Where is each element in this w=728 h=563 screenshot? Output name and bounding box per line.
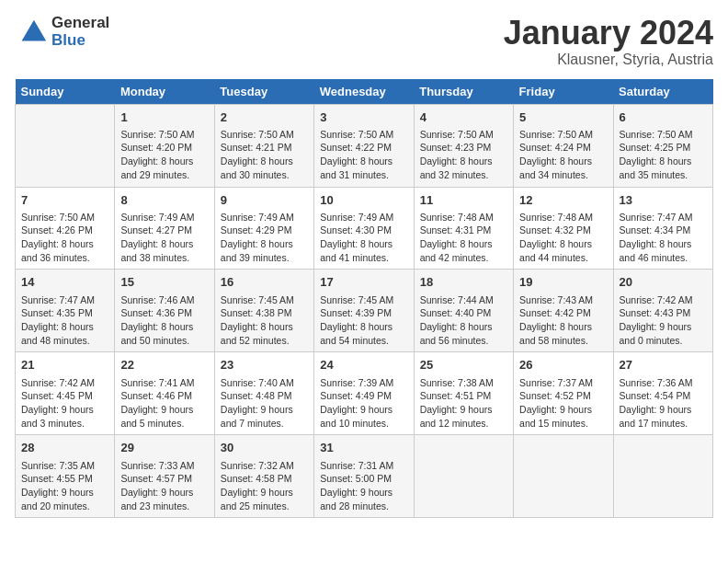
calendar-header-row: SundayMondayTuesdayWednesdayThursdayFrid… (16, 79, 713, 105)
day-number: 18 (420, 274, 507, 291)
calendar-cell: 27Sunrise: 7:36 AMSunset: 4:54 PMDayligh… (613, 352, 712, 435)
calendar-cell: 13Sunrise: 7:47 AMSunset: 4:34 PMDayligh… (613, 187, 712, 270)
calendar-header-cell: Wednesday (314, 79, 414, 105)
month-title: January 2024 (504, 15, 713, 52)
calendar-header-cell: Monday (115, 79, 214, 105)
day-number: 20 (620, 274, 707, 291)
day-number: 29 (120, 440, 208, 456)
day-number: 9 (221, 192, 308, 209)
day-info: Sunrise: 7:36 AMSunset: 4:54 PMDaylight:… (620, 376, 707, 431)
day-info: Sunrise: 7:42 AMSunset: 4:43 PMDaylight:… (620, 293, 707, 348)
day-info: Sunrise: 7:47 AMSunset: 4:35 PMDaylight:… (21, 293, 108, 348)
calendar-cell: 23Sunrise: 7:40 AMSunset: 4:48 PMDayligh… (214, 352, 313, 435)
day-number: 10 (320, 192, 407, 209)
calendar-cell: 22Sunrise: 7:41 AMSunset: 4:46 PMDayligh… (115, 352, 214, 435)
day-number: 8 (120, 192, 208, 209)
calendar-cell: 26Sunrise: 7:37 AMSunset: 4:52 PMDayligh… (514, 352, 613, 435)
day-info: Sunrise: 7:35 AMSunset: 4:55 PMDaylight:… (21, 459, 108, 513)
day-number: 15 (120, 274, 208, 291)
day-info: Sunrise: 7:32 AMSunset: 4:58 PMDaylight:… (221, 459, 308, 513)
calendar-cell: 8Sunrise: 7:49 AMSunset: 4:27 PMDaylight… (115, 187, 214, 270)
calendar-header-cell: Thursday (414, 79, 513, 105)
day-number: 30 (221, 440, 308, 456)
calendar-cell: 14Sunrise: 7:47 AMSunset: 4:35 PMDayligh… (16, 270, 115, 352)
calendar-cell: 25Sunrise: 7:38 AMSunset: 4:51 PMDayligh… (414, 352, 513, 435)
calendar-cell: 1Sunrise: 7:50 AMSunset: 4:20 PMDaylight… (115, 104, 214, 187)
day-number: 12 (519, 192, 607, 209)
calendar-table: SundayMondayTuesdayWednesdayThursdayFrid… (15, 79, 713, 519)
day-number: 21 (21, 357, 108, 373)
day-info: Sunrise: 7:38 AMSunset: 4:51 PMDaylight:… (420, 376, 507, 431)
day-info: Sunrise: 7:45 AMSunset: 4:39 PMDaylight:… (320, 293, 407, 348)
calendar-cell: 21Sunrise: 7:42 AMSunset: 4:45 PMDayligh… (16, 352, 115, 435)
day-number: 11 (420, 192, 507, 209)
logo: General Blue (15, 15, 109, 50)
day-number: 13 (620, 192, 707, 209)
calendar-cell: 20Sunrise: 7:42 AMSunset: 4:43 PMDayligh… (613, 270, 712, 352)
day-number: 27 (620, 357, 707, 373)
calendar-cell: 24Sunrise: 7:39 AMSunset: 4:49 PMDayligh… (314, 352, 414, 435)
day-info: Sunrise: 7:50 AMSunset: 4:25 PMDaylight:… (620, 128, 707, 182)
day-info: Sunrise: 7:49 AMSunset: 4:29 PMDaylight:… (221, 211, 308, 265)
day-number: 3 (320, 109, 407, 126)
day-info: Sunrise: 7:48 AMSunset: 4:31 PMDaylight:… (420, 211, 507, 265)
calendar-week-row: 1Sunrise: 7:50 AMSunset: 4:20 PMDaylight… (16, 104, 713, 187)
calendar-cell (613, 435, 712, 518)
calendar-cell (414, 435, 513, 518)
calendar-cell: 7Sunrise: 7:50 AMSunset: 4:26 PMDaylight… (16, 187, 115, 270)
page-header: General Blue January 2024 Klausner, Styr… (15, 15, 713, 68)
calendar-week-row: 21Sunrise: 7:42 AMSunset: 4:45 PMDayligh… (16, 352, 713, 435)
day-info: Sunrise: 7:41 AMSunset: 4:46 PMDaylight:… (120, 376, 208, 431)
day-number: 31 (320, 440, 407, 456)
day-info: Sunrise: 7:49 AMSunset: 4:27 PMDaylight:… (120, 211, 208, 265)
day-number: 24 (320, 357, 407, 373)
day-info: Sunrise: 7:50 AMSunset: 4:20 PMDaylight:… (120, 128, 208, 182)
calendar-header-cell: Friday (514, 79, 613, 105)
calendar-cell: 16Sunrise: 7:45 AMSunset: 4:38 PMDayligh… (214, 270, 313, 352)
calendar-cell: 15Sunrise: 7:46 AMSunset: 4:36 PMDayligh… (115, 270, 214, 352)
day-number: 1 (120, 109, 208, 126)
calendar-cell: 6Sunrise: 7:50 AMSunset: 4:25 PMDaylight… (613, 104, 712, 187)
day-number: 4 (420, 109, 507, 126)
calendar-cell: 4Sunrise: 7:50 AMSunset: 4:23 PMDaylight… (414, 104, 513, 187)
calendar-cell (514, 435, 613, 518)
day-info: Sunrise: 7:46 AMSunset: 4:36 PMDaylight:… (120, 293, 208, 348)
logo-general: General (51, 15, 109, 32)
calendar-header-cell: Saturday (613, 79, 712, 105)
calendar-cell: 2Sunrise: 7:50 AMSunset: 4:21 PMDaylight… (214, 104, 313, 187)
day-number: 16 (221, 274, 308, 291)
day-info: Sunrise: 7:40 AMSunset: 4:48 PMDaylight:… (221, 376, 308, 431)
calendar-cell: 31Sunrise: 7:31 AMSunset: 5:00 PMDayligh… (314, 435, 414, 518)
day-info: Sunrise: 7:48 AMSunset: 4:32 PMDaylight:… (519, 211, 607, 265)
day-info: Sunrise: 7:44 AMSunset: 4:40 PMDaylight:… (420, 293, 507, 348)
calendar-cell: 30Sunrise: 7:32 AMSunset: 4:58 PMDayligh… (214, 435, 313, 518)
calendar-cell: 5Sunrise: 7:50 AMSunset: 4:24 PMDaylight… (514, 104, 613, 187)
day-info: Sunrise: 7:50 AMSunset: 4:21 PMDaylight:… (221, 128, 308, 182)
calendar-cell (16, 104, 115, 187)
day-number: 22 (120, 357, 208, 373)
day-info: Sunrise: 7:49 AMSunset: 4:30 PMDaylight:… (320, 211, 407, 265)
title-block: January 2024 Klausner, Styria, Austria (504, 15, 713, 68)
day-number: 14 (21, 274, 108, 291)
calendar-header-cell: Sunday (16, 79, 115, 105)
calendar-header-cell: Tuesday (214, 79, 313, 105)
day-info: Sunrise: 7:37 AMSunset: 4:52 PMDaylight:… (519, 376, 607, 431)
calendar-week-row: 14Sunrise: 7:47 AMSunset: 4:35 PMDayligh… (16, 270, 713, 352)
day-number: 2 (221, 109, 308, 126)
calendar-week-row: 7Sunrise: 7:50 AMSunset: 4:26 PMDaylight… (16, 187, 713, 270)
logo-blue: Blue (51, 32, 109, 50)
day-info: Sunrise: 7:50 AMSunset: 4:22 PMDaylight:… (320, 128, 407, 182)
svg-marker-0 (22, 20, 47, 41)
day-number: 26 (519, 357, 607, 373)
calendar-cell: 3Sunrise: 7:50 AMSunset: 4:22 PMDaylight… (314, 104, 414, 187)
day-info: Sunrise: 7:50 AMSunset: 4:23 PMDaylight:… (420, 128, 507, 182)
day-info: Sunrise: 7:33 AMSunset: 4:57 PMDaylight:… (120, 459, 208, 513)
day-info: Sunrise: 7:47 AMSunset: 4:34 PMDaylight:… (620, 211, 707, 265)
calendar-cell: 29Sunrise: 7:33 AMSunset: 4:57 PMDayligh… (115, 435, 214, 518)
calendar-cell: 12Sunrise: 7:48 AMSunset: 4:32 PMDayligh… (514, 187, 613, 270)
day-number: 6 (620, 109, 707, 126)
calendar-cell: 18Sunrise: 7:44 AMSunset: 4:40 PMDayligh… (414, 270, 513, 352)
day-number: 25 (420, 357, 507, 373)
day-number: 17 (320, 274, 407, 291)
calendar-cell: 9Sunrise: 7:49 AMSunset: 4:29 PMDaylight… (214, 187, 313, 270)
